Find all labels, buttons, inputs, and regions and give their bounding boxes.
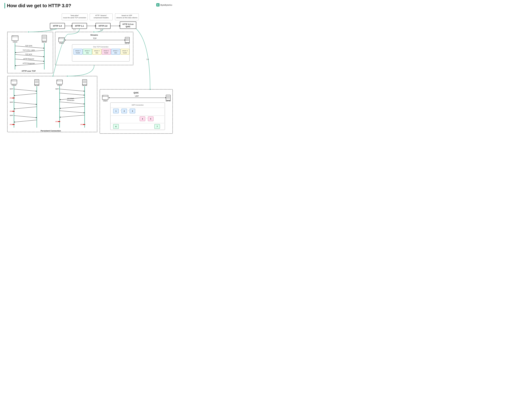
svg-text:HTTP 3.0 on: HTTP 3.0 on	[123, 23, 134, 25]
svg-text:One TCP Connection: One TCP Connection	[93, 46, 108, 48]
svg-text:HTTP "streams": HTTP "streams"	[95, 15, 107, 16]
svg-text:Streams: Streams	[90, 34, 98, 36]
svg-text:header: header	[123, 52, 127, 53]
svg-rect-68	[74, 49, 82, 54]
svg-text:Client: Client	[57, 84, 62, 86]
svg-text:open: open	[55, 88, 59, 90]
svg-text:stream 3: stream 3	[122, 50, 128, 52]
svg-text:Server: Server	[34, 84, 39, 86]
svg-text:2: 2	[124, 110, 125, 112]
svg-rect-80	[111, 49, 120, 54]
page-container: How did we get to HTTP 3.0? B ByteByteGo…	[4, 3, 172, 142]
svg-rect-111	[13, 111, 15, 112]
page-title: How did we get to HTTP 3.0?	[4, 3, 172, 8]
svg-text:↖: ↖	[11, 80, 13, 81]
svg-rect-150	[83, 124, 85, 125]
svg-text:Client: Client	[13, 41, 17, 43]
svg-rect-77	[102, 49, 111, 54]
svg-text:streams as first-class citizen: streams as first-class citizens	[116, 17, 137, 19]
svg-text:compressed headers: compressed headers	[94, 17, 109, 19]
svg-text:data: data	[96, 52, 98, 53]
svg-text:open: open	[10, 88, 13, 90]
svg-text:TCP ACK: TCP ACK	[25, 53, 32, 55]
svg-rect-118	[13, 124, 15, 125]
svg-text:↖: ↖	[57, 80, 58, 81]
logo: B ByteByteGo	[156, 3, 172, 7]
svg-text:7: 7	[157, 126, 158, 128]
svg-text:stream 3: stream 3	[94, 50, 100, 52]
svg-text:HTTP 2.0: HTTP 2.0	[99, 25, 107, 27]
svg-rect-74	[92, 49, 101, 54]
main-diagram: "keep-alive" reuse the same TCP connecti…	[4, 13, 175, 141]
svg-text:Persistent Connection: Persistent Connection	[41, 130, 61, 132]
svg-text:reuse the same TCP connection: reuse the same TCP connection	[63, 17, 86, 19]
svg-text:TCP SYN + ACK: TCP SYN + ACK	[23, 49, 35, 51]
svg-text:2.0: 2.0	[100, 29, 102, 31]
svg-text:↖: ↖	[13, 35, 14, 37]
svg-text:open: open	[10, 114, 13, 116]
svg-text:↖: ↖	[103, 95, 104, 97]
svg-text:UDP Connection: UDP Connection	[132, 104, 144, 106]
logo-icon: B	[156, 3, 160, 7]
tooltip-keepalive: "keep-alive"	[70, 15, 79, 16]
svg-text:3: 3	[132, 110, 133, 112]
svg-text:HTTP 1.0: HTTP 1.0	[53, 25, 62, 27]
svg-text:UDP: UDP	[135, 95, 139, 97]
svg-text:1.0: 1.0	[50, 29, 52, 30]
svg-text:TCP SYN: TCP SYN	[25, 45, 32, 47]
svg-text:QUIC: QUIC	[126, 25, 131, 28]
svg-text:Server: Server	[125, 42, 130, 44]
svg-text:header: header	[104, 52, 108, 53]
svg-text:Client: Client	[103, 100, 108, 102]
svg-text:1.1: 1.1	[73, 29, 75, 30]
svg-rect-28	[42, 35, 47, 41]
svg-rect-123	[82, 80, 87, 85]
svg-rect-83	[121, 49, 129, 54]
svg-rect-71	[83, 49, 92, 54]
svg-text:QUIC: QUIC	[134, 91, 139, 94]
svg-text:TCP: TCP	[93, 38, 97, 39]
svg-text:stream 1: stream 1	[113, 50, 119, 52]
svg-text:HTTP 1.1: HTTP 1.1	[75, 25, 84, 27]
svg-text:data: data	[114, 52, 117, 53]
svg-text:stream 2: stream 2	[85, 50, 90, 52]
svg-rect-91	[35, 80, 39, 85]
svg-text:connection: connection	[67, 99, 74, 101]
svg-text:5: 5	[150, 118, 151, 120]
svg-text:data: data	[86, 52, 89, 53]
svg-text:stream 1: stream 1	[75, 50, 81, 52]
svg-text:6: 6	[116, 126, 117, 128]
svg-text:HTTP over TCP: HTTP over TCP	[22, 70, 36, 72]
svg-text:open: open	[10, 101, 13, 103]
svg-text:4: 4	[142, 118, 143, 120]
svg-text:Client: Client	[59, 42, 64, 44]
svg-text:3.0: 3.0	[146, 59, 149, 60]
svg-rect-57	[125, 37, 129, 43]
svg-text:Server: Server	[42, 41, 47, 43]
svg-text:header: header	[76, 52, 80, 53]
svg-text:Server: Server	[165, 100, 171, 102]
svg-rect-104	[13, 98, 15, 98]
svg-text:1: 1	[116, 110, 117, 112]
svg-text:Client: Client	[12, 84, 16, 86]
svg-rect-148	[58, 121, 60, 122]
svg-text:based on UDP: based on UDP	[122, 15, 132, 16]
svg-text:stream 2: stream 2	[104, 50, 109, 52]
svg-text:›: ›	[128, 109, 129, 112]
svg-text:›: ›	[147, 117, 147, 119]
svg-text:HTTP Response: HTTP Response	[23, 62, 35, 64]
svg-text:›: ›	[120, 109, 121, 112]
svg-text:HTTP Request: HTTP Request	[23, 58, 34, 60]
logo-text: ByteByteGo	[160, 4, 172, 6]
svg-text:Server: Server	[82, 84, 87, 86]
svg-text:↖: ↖	[59, 38, 60, 39]
svg-rect-158	[166, 95, 171, 100]
